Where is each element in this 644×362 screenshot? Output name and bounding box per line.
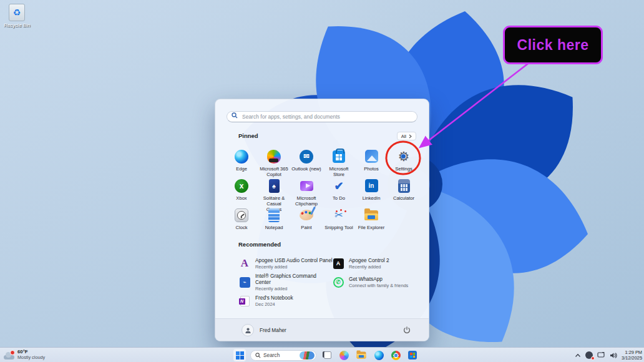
snipping-tool-icon: ✂: [331, 207, 347, 223]
recommended-get-whatsapp[interactable]: ✆ Get WhatsApp Connect with family & fri…: [333, 273, 426, 291]
search-icon: [255, 353, 261, 358]
volume-icon[interactable]: [610, 352, 617, 359]
apogee-control-icon: A: [333, 258, 344, 269]
photos-icon: [364, 149, 379, 164]
pinned-app-settings[interactable]: ⚙ Settings: [388, 147, 420, 176]
pinned-app-solitaire[interactable]: ♠ Solitaire & Casual Games: [258, 176, 290, 205]
chevron-right-icon: [409, 134, 412, 139]
copilot-button[interactable]: [338, 349, 350, 361]
user-avatar-icon: [242, 324, 254, 336]
microsoft-store-button[interactable]: [406, 349, 419, 361]
microsoft-store-icon: [408, 351, 417, 360]
paint-palette-icon: [299, 207, 315, 223]
pinned-app-clipchamp[interactable]: Microsoft Clipchamp: [290, 176, 323, 205]
recommended-grid: A Apogee USB Audio Control Panel Recentl…: [239, 254, 421, 310]
tray-time: 1:29 PM: [622, 350, 642, 355]
weather-temperature: 60°F: [17, 349, 45, 355]
recommended-header: Recommended: [238, 241, 281, 248]
clipchamp-icon: [299, 178, 315, 193]
notification-badge: [591, 356, 595, 360]
recycle-bin-desktop-icon[interactable]: ♻ Recycle Bin: [2, 4, 31, 28]
pinned-app-microsoft-365-copilot[interactable]: Microsoft 365 Copilot: [258, 147, 290, 176]
taskbar-search-box[interactable]: Search: [250, 350, 316, 361]
start-button[interactable]: [233, 349, 246, 361]
pinned-app-paint[interactable]: Paint: [290, 205, 323, 235]
pinned-apps-grid: Edge Microsoft 365 Copilot ✉ Outlook (ne…: [225, 147, 420, 235]
start-menu: Pinned All Edge Microsoft 365 Copilot ✉ …: [215, 99, 429, 341]
linkedin-icon: in: [364, 178, 379, 193]
pinned-app-calculator[interactable]: Calculator: [388, 176, 420, 205]
pinned-all-button[interactable]: All: [397, 132, 416, 140]
click-here-label: Click here: [517, 37, 589, 54]
whatsapp-icon: ✆: [333, 276, 344, 288]
start-menu-footer: Fred Maher: [215, 318, 429, 341]
recycle-glyph: ♻: [13, 8, 21, 17]
copilot-icon: [339, 351, 349, 360]
settings-gear-icon: ⚙: [396, 149, 412, 164]
weather-cloud-icon: [4, 353, 14, 360]
pinned-app-file-explorer[interactable]: File Explorer: [355, 205, 388, 235]
task-view-button[interactable]: [321, 349, 333, 361]
pinned-app-microsoft-store[interactable]: Microsoft Store: [323, 147, 355, 176]
power-button[interactable]: [402, 325, 412, 335]
notification-badge: [10, 350, 15, 355]
pinned-app-outlook[interactable]: ✉ Outlook (new): [290, 147, 323, 176]
pinned-app-todo[interactable]: ✔ To Do: [323, 176, 355, 205]
file-explorer-folder-icon: [364, 207, 379, 223]
solitaire-icon: ♠: [266, 178, 282, 193]
notepad-icon: [266, 207, 282, 223]
edge-icon: [374, 351, 384, 360]
recommended-apogee-usb[interactable]: A Apogee USB Audio Control Panel Recentl…: [239, 254, 333, 273]
recycle-bin-label: Recycle Bin: [4, 22, 30, 28]
todo-check-icon: ✔: [331, 178, 347, 193]
taskbar-center: Search: [233, 348, 419, 362]
start-search: [227, 110, 417, 121]
outlook-icon: ✉: [299, 149, 315, 164]
system-tray: 1:29 PM 3/12/2025: [575, 348, 642, 362]
windows-logo-icon: [236, 351, 244, 360]
tray-app-icon[interactable]: [585, 351, 593, 359]
taskbar: 60°F Mostly cloudy Search: [0, 347, 644, 362]
network-icon[interactable]: [597, 352, 605, 359]
user-account-button[interactable]: Fred Maher: [242, 324, 286, 336]
desktop: ♻ Recycle Bin Pinned All Edge Mi: [0, 0, 644, 362]
all-button-label: All: [401, 134, 406, 139]
click-here-callout: Click here: [503, 26, 603, 64]
recycle-bin-icon: ♻: [9, 4, 25, 21]
apogee-icon: A: [239, 258, 250, 269]
taskbar-weather-widget[interactable]: 60°F Mostly cloudy: [4, 349, 45, 360]
calculator-icon: [396, 178, 412, 193]
file-explorer-folder-icon: [357, 352, 366, 359]
pinned-header: Pinned: [238, 132, 258, 139]
search-highlight-image: [300, 351, 315, 360]
tray-date: 3/12/2025: [622, 355, 642, 361]
edge-button[interactable]: [373, 349, 385, 361]
pinned-app-xbox[interactable]: x Xbox: [225, 176, 258, 205]
pinned-app-photos[interactable]: Photos: [355, 147, 388, 176]
pinned-app-notepad[interactable]: Notepad: [258, 205, 290, 235]
pinned-app-edge[interactable]: Edge: [225, 147, 258, 176]
recommended-intel-gcc[interactable]: ⌁ Intel® Graphics Command Center Recentl…: [239, 273, 333, 291]
pinned-app-snipping-tool[interactable]: ✂ Snipping Tool: [323, 205, 355, 235]
weather-condition: Mostly cloudy: [17, 355, 45, 360]
xbox-icon: x: [234, 178, 250, 193]
chrome-button[interactable]: [389, 349, 402, 361]
taskbar-search-label: Search: [263, 352, 297, 358]
recommended-apogee-control-2[interactable]: A Apogee Control 2 Recently added: [333, 254, 426, 273]
pinned-app-linkedin[interactable]: in LinkedIn: [355, 176, 388, 205]
intel-icon: ⌁: [239, 276, 250, 288]
power-icon: [403, 326, 411, 334]
task-view-icon: [323, 351, 331, 359]
start-search-input[interactable]: [227, 111, 417, 122]
hidden-icons-chevron[interactable]: [575, 353, 581, 358]
recommended-freds-notebook[interactable]: N Fred's Notebook Dec 2024: [239, 291, 333, 310]
microsoft-365-copilot-icon: [266, 149, 282, 164]
tray-clock[interactable]: 1:29 PM 3/12/2025: [622, 350, 642, 361]
file-explorer-button[interactable]: [354, 349, 368, 361]
microsoft-store-icon: [331, 149, 347, 164]
user-name: Fred Maher: [260, 327, 286, 333]
pinned-app-clock[interactable]: Clock: [225, 205, 258, 235]
chrome-icon: [391, 351, 401, 360]
clock-icon: [234, 207, 250, 223]
search-icon: [232, 112, 238, 119]
